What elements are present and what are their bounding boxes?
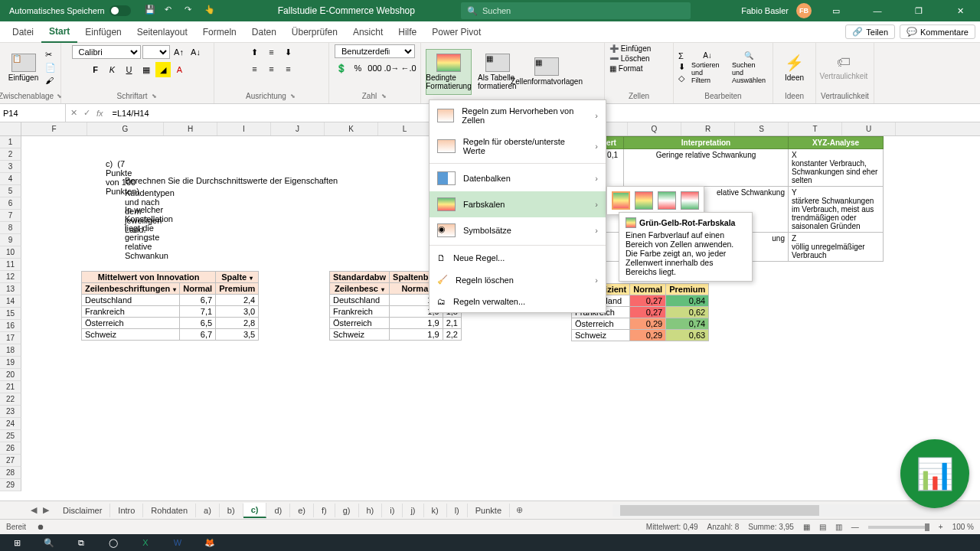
- confirm-formula-icon[interactable]: ✓: [83, 108, 90, 118]
- start-button[interactable]: ⊞: [3, 535, 31, 550]
- cf-top-bottom[interactable]: Regeln für oberste/unterste Werte›: [430, 131, 606, 161]
- tab-datei[interactable]: Datei: [5, 21, 41, 43]
- ideas-button[interactable]: ⚡ Ideen: [778, 44, 811, 90]
- align-top-icon[interactable]: ⬆: [247, 44, 263, 60]
- cf-highlight-cells[interactable]: Regeln zum Hervorheben von Zellen›: [430, 100, 606, 131]
- comments-button[interactable]: 💬 Kommentare: [900, 24, 975, 39]
- font-name-select[interactable]: Calibri: [72, 45, 141, 59]
- row-header[interactable]: 15: [0, 308, 21, 320]
- col-header[interactable]: T: [789, 122, 842, 135]
- align-right-icon[interactable]: ≡: [281, 61, 296, 77]
- align-bottom-icon[interactable]: ⬇: [281, 44, 296, 60]
- record-macro-icon[interactable]: ⏺: [37, 523, 44, 531]
- paste-button[interactable]: 📋 Einfügen: [5, 44, 42, 90]
- border-button[interactable]: ▦: [139, 62, 154, 77]
- view-normal-icon[interactable]: ▦: [803, 523, 810, 531]
- sheet-tab[interactable]: Disclaimer: [55, 504, 110, 517]
- font-color-button[interactable]: A: [172, 62, 188, 77]
- cut-icon[interactable]: ✂: [45, 50, 56, 60]
- scale-green-yellow-red[interactable]: [612, 191, 630, 210]
- row-header[interactable]: 22: [0, 393, 21, 406]
- cells-format-button[interactable]: ▦ Format: [609, 64, 642, 73]
- align-left-icon[interactable]: ≡: [247, 61, 263, 77]
- row-header[interactable]: 13: [0, 283, 21, 295]
- autosave-toggle[interactable]: Automatisches Speichern: [3, 5, 137, 16]
- name-box[interactable]: P14: [0, 104, 66, 122]
- row-header[interactable]: 23: [0, 406, 21, 418]
- cf-data-bars[interactable]: Datenbalken›: [430, 165, 606, 191]
- comma-icon[interactable]: 000: [368, 60, 383, 76]
- row-header[interactable]: 8: [0, 222, 21, 234]
- row-header[interactable]: 29: [0, 479, 21, 491]
- row-header[interactable]: 3: [0, 161, 21, 173]
- fill-icon[interactable]: ⬇: [678, 62, 685, 72]
- col-header[interactable]: R: [681, 122, 735, 135]
- row-header[interactable]: 14: [0, 295, 21, 308]
- sensitivity-button[interactable]: 🏷 Vertraulichkeit: [821, 44, 867, 90]
- find-select-button[interactable]: 🔍 Suchen und Auswählen: [730, 50, 768, 86]
- row-header[interactable]: 20: [0, 369, 21, 381]
- sheet-tab[interactable]: k): [424, 504, 447, 517]
- shrink-font-icon[interactable]: A↓: [188, 44, 204, 60]
- sheet-tab[interactable]: a): [196, 504, 220, 517]
- add-sheet-button[interactable]: ⊕: [510, 503, 529, 517]
- search-button[interactable]: 🔍: [35, 535, 63, 550]
- sort-filter-button[interactable]: A↓ Sortieren und Filtern: [688, 50, 727, 86]
- sheet-tab[interactable]: g): [335, 504, 359, 517]
- bold-button[interactable]: F: [88, 62, 103, 77]
- col-dropdown[interactable]: Spalte: [216, 272, 259, 283]
- col-header[interactable]: L: [378, 122, 432, 135]
- dialog-launcher-icon[interactable]: ⬊: [151, 93, 158, 100]
- sheet-tab[interactable]: f): [314, 504, 335, 517]
- tab-powerpivot[interactable]: Power Pivot: [424, 21, 488, 43]
- sheet-tab[interactable]: Intro: [110, 504, 143, 517]
- ribbon-display-icon[interactable]: ▭: [819, 0, 853, 21]
- fx-icon[interactable]: fx: [96, 109, 103, 118]
- sheet-tab[interactable]: l): [447, 504, 468, 517]
- firefox-taskbar-icon[interactable]: 🦊: [196, 535, 224, 550]
- cf-new-rule[interactable]: 🗋Neue Regel...: [430, 247, 606, 269]
- cf-manage-rules[interactable]: 🗂Regeln verwalten...: [430, 291, 606, 312]
- undo-icon[interactable]: ↶: [165, 5, 177, 17]
- fill-color-button[interactable]: ◢: [155, 62, 171, 77]
- zoom-level[interactable]: 100 %: [952, 523, 974, 531]
- row-header[interactable]: 26: [0, 442, 21, 455]
- zoom-slider[interactable]: [868, 526, 929, 529]
- tab-hilfe[interactable]: Hilfe: [390, 21, 424, 43]
- currency-icon[interactable]: 💲: [334, 60, 349, 76]
- grow-font-icon[interactable]: A↑: [172, 44, 187, 60]
- cf-icon-sets[interactable]: ◉Symbolsätze›: [430, 217, 606, 243]
- zoom-in-icon[interactable]: +: [939, 523, 943, 531]
- tab-start[interactable]: Start: [41, 21, 77, 43]
- search-box[interactable]: 🔍: [461, 2, 691, 19]
- inc-decimal-icon[interactable]: .0→: [384, 60, 400, 76]
- clear-icon[interactable]: ◇: [678, 73, 685, 83]
- sheet-tab[interactable]: c): [243, 503, 267, 518]
- conditional-formatting-button[interactable]: Bedingte Formatierung: [426, 49, 472, 95]
- share-button[interactable]: 🔗 Teilen: [845, 24, 895, 39]
- col-header[interactable]: H: [164, 122, 217, 135]
- italic-button[interactable]: K: [105, 62, 120, 77]
- sheet-nav-prev[interactable]: ◀: [31, 505, 37, 515]
- percent-icon[interactable]: %: [351, 60, 366, 76]
- underline-button[interactable]: U: [122, 62, 137, 77]
- format-painter-icon[interactable]: 🖌: [45, 76, 56, 85]
- excel-taskbar-icon[interactable]: X: [132, 535, 159, 550]
- cf-color-scales[interactable]: Farbskalen›: [430, 191, 606, 217]
- row-header[interactable]: 4: [0, 173, 21, 185]
- row-header[interactable]: 16: [0, 320, 21, 332]
- tab-ueberpruefen[interactable]: Überprüfen: [284, 21, 345, 43]
- save-icon[interactable]: 💾: [145, 5, 157, 17]
- row-header[interactable]: 24: [0, 418, 21, 430]
- row-header[interactable]: 19: [0, 357, 21, 369]
- taskview-button[interactable]: ⧉: [67, 535, 95, 550]
- user-avatar[interactable]: FB: [796, 3, 812, 18]
- cell-styles-button[interactable]: ▦ Zellenformatvorlagen: [524, 49, 570, 95]
- scale-red-white-green[interactable]: [681, 191, 699, 210]
- scale-green-white-red[interactable]: [658, 191, 676, 210]
- select-all-corner[interactable]: [0, 122, 21, 135]
- col-header[interactable]: K: [325, 122, 378, 135]
- dec-decimal-icon[interactable]: ←.0: [401, 60, 416, 76]
- row-header[interactable]: 28: [0, 467, 21, 479]
- col-header[interactable]: F: [21, 122, 87, 135]
